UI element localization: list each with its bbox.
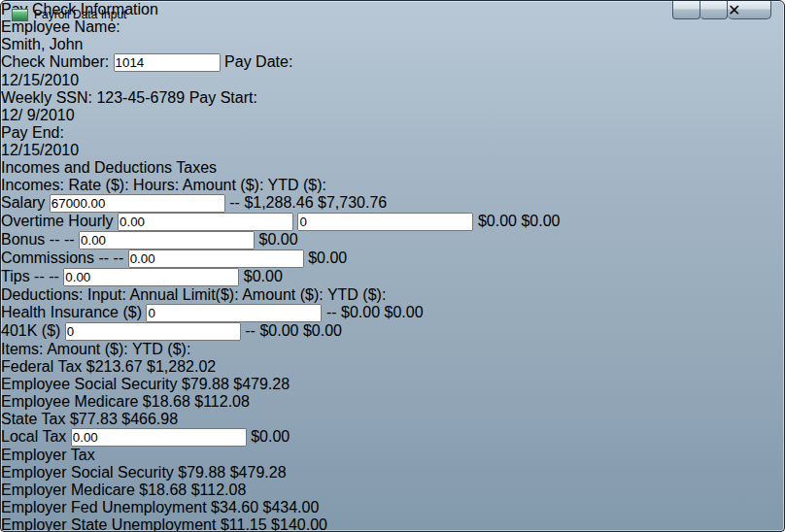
commissions-amount-input[interactable] [128, 249, 304, 268]
row-amount: $1,288.46 [244, 194, 313, 211]
maximize-button[interactable] [700, 1, 728, 19]
health-insurance-input[interactable] [146, 304, 322, 322]
tax-row-employer-fed-unemployment: Employer Fed Unemployment $34.60 $434.00 [1, 499, 784, 516]
incomes-deductions-section-title: Incomes and Deductions [1, 159, 172, 176]
row-ytd: $112.08 [191, 482, 247, 498]
tax-row-federal: Federal Tax $213.67 $1,282.02 [1, 358, 784, 376]
row-label: Employer Fed Unemployment [1, 499, 207, 515]
tax-row-state: State Tax $77.83 $466.98 [1, 411, 784, 428]
row-amount: $0.00 [259, 322, 298, 339]
taxes-header-row: Items: Amount ($): YTD ($): [1, 341, 784, 358]
incomes-deductions-panel: Incomes: Rate ($): Hours: Amount ($): YT… [1, 177, 784, 341]
row-label: Employer Medicare [1, 482, 135, 498]
row-label: Employer State Unemployment [1, 516, 216, 532]
client-area: Pay Check Information Employee Name: Smi… [1, 1, 784, 532]
row-hours: -- [114, 249, 124, 266]
income-row-commissions: Commissions -- -- $0.00 [1, 249, 784, 268]
tax-row-employee-ss: Employee Social Security $79.88 $479.28 [1, 376, 784, 393]
close-icon: ✕ [728, 2, 740, 18]
employee-name-value: Smith, John [1, 36, 83, 52]
row-amount: $34.60 [211, 499, 258, 515]
taxes-section-title: Taxes [176, 159, 217, 176]
ssn-value: 123-45-6789 [96, 89, 185, 106]
row-label-401k-link[interactable]: 401K ($) [1, 322, 60, 339]
row-ytd: $7,730.76 [318, 194, 387, 211]
income-row-salary: Salary -- $1,288.46 $7,730.76 [1, 194, 784, 213]
tax-row-employer-medicare: Employer Medicare $18.68 $112.08 [1, 482, 784, 499]
pay-end-picker[interactable]: 12/15/2010 [1, 142, 86, 159]
pay-date-label: Pay Date: [224, 53, 292, 70]
row-amount: $18.68 [139, 482, 187, 498]
row-ytd: $0.00 [259, 231, 298, 248]
income-row-tips: Tips -- -- $0.00 [1, 268, 784, 286]
pay-end-value: 12/15/2010 [1, 142, 79, 158]
row-label: State Tax [1, 411, 65, 427]
row-annual-limit: -- [245, 322, 256, 339]
tax-row-employer-state-unemployment: Employer State Unemployment $11.15 $140.… [1, 516, 784, 532]
row-label: Salary [1, 194, 45, 211]
row-amount: $213.67 [86, 358, 143, 375]
check-number-label: Check Number: [1, 53, 109, 70]
bonus-amount-input[interactable] [79, 231, 255, 249]
amount-col-header: Amount ($): [47, 341, 128, 357]
income-row-overtime: Overtime Hourly $0.00 $0.00 [1, 213, 784, 231]
row-amount: $0.00 [478, 213, 517, 229]
title-bar[interactable]: Payroll Data Input ✕ [1, 1, 784, 28]
app-icon [12, 9, 28, 21]
row-ytd: $479.28 [230, 464, 287, 481]
local-tax-input[interactable] [71, 428, 247, 447]
row-ytd: $0.00 [251, 428, 290, 445]
row-label: Local Tax [1, 428, 66, 445]
pay-start-picker[interactable]: 12/ 9/2010 [1, 107, 110, 124]
tax-row-employee-medicare: Employee Medicare $18.68 $112.08 [1, 393, 784, 411]
overtime-rate-input[interactable] [118, 213, 293, 231]
annual-limit-col-header: Annual Limit($): [130, 286, 239, 303]
overtime-hours-input[interactable] [297, 213, 473, 231]
row-amount: $79.88 [178, 464, 225, 481]
row-amount: $0.00 [341, 304, 380, 320]
row-label: Employee Social Security [1, 376, 177, 392]
payroll-window: Payroll Data Input ✕ Pay Check Informati… [0, 0, 785, 532]
row-label: Federal Tax [1, 358, 82, 375]
row-label: Commissions [1, 249, 94, 266]
row-ytd: $112.08 [194, 393, 250, 410]
row-ytd: $0.00 [384, 304, 423, 320]
row-rate: -- [34, 268, 45, 284]
employee-name-combo[interactable]: Smith, John [1, 36, 129, 53]
row-hours: -- [229, 194, 240, 211]
tips-amount-input[interactable] [63, 268, 239, 286]
row-hours: -- [49, 268, 59, 284]
row-label: Employee Medicare [1, 393, 138, 410]
row-label: Overtime Hourly [1, 213, 114, 229]
deduction-row-health-insurance: Health Insurance ($) -- $0.00 $0.00 [1, 304, 784, 322]
ytd-col-header: YTD ($): [327, 286, 386, 303]
ssn-label: SSN: [56, 89, 92, 106]
salary-rate-input[interactable] [50, 194, 225, 213]
pay-start-label: Pay Start: [189, 89, 257, 106]
row-ytd: $434.00 [262, 499, 319, 515]
hours-col-header: Hours: [133, 177, 179, 193]
row-amount: $18.68 [143, 393, 190, 410]
pay-date-picker[interactable]: 12/15/2010 [1, 72, 86, 89]
row-label: Bonus [1, 231, 45, 248]
check-number-field[interactable] [114, 53, 221, 72]
items-col-header: Items: [1, 341, 44, 357]
row-amount: $77.83 [70, 411, 118, 427]
amount-col-header: Amount ($): [183, 177, 264, 193]
close-window-button[interactable]: ✕ [728, 1, 771, 19]
pay-frequency-label: Weekly [1, 89, 51, 106]
employer-tax-title: Employer Tax [1, 447, 784, 464]
tax-row-employer-ss: Employer Social Security $79.88 $479.28 [1, 464, 784, 482]
401k-input[interactable] [65, 322, 241, 341]
minimize-button[interactable] [672, 1, 700, 19]
ytd-col-header: YTD ($): [268, 177, 326, 193]
taxes-panel: Items: Amount ($): YTD ($): Federal Tax … [1, 341, 784, 532]
rate-col-header: Rate ($): [68, 177, 128, 193]
row-ytd: $466.98 [121, 411, 178, 427]
amount-col-header: Amount ($): [242, 286, 324, 303]
row-ytd: $0.00 [303, 322, 342, 339]
caption-buttons: ✕ [672, 1, 771, 19]
row-rate: -- [50, 231, 60, 248]
deductions-header-row: Deductions: Input: Annual Limit($): Amou… [1, 286, 784, 304]
input-col-header: Input: [87, 286, 126, 303]
